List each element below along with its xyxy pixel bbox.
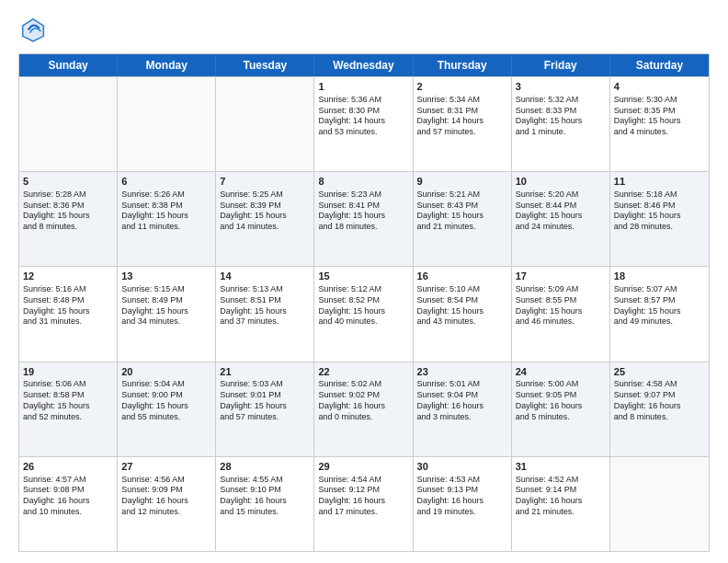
cell-line: Daylight: 16 hours bbox=[23, 496, 113, 507]
day-cell-8: 8Sunrise: 5:23 AMSunset: 8:41 PMDaylight… bbox=[314, 172, 413, 266]
cell-line: and 17 minutes. bbox=[318, 507, 408, 518]
cell-line: Daylight: 15 hours bbox=[220, 401, 310, 412]
day-cell-17: 17Sunrise: 5:09 AMSunset: 8:55 PMDayligh… bbox=[512, 267, 610, 361]
cell-line: and 53 minutes. bbox=[318, 127, 408, 138]
day-number: 7 bbox=[220, 175, 310, 189]
cell-line: Sunset: 8:41 PM bbox=[318, 201, 408, 212]
cell-line: Sunset: 9:10 PM bbox=[220, 485, 310, 496]
header-day-saturday: Saturday bbox=[610, 54, 709, 76]
week-row-5: 26Sunrise: 4:57 AMSunset: 9:08 PMDayligh… bbox=[19, 456, 709, 551]
cell-line: Sunrise: 5:36 AM bbox=[318, 95, 408, 106]
cell-line: Sunrise: 5:25 AM bbox=[220, 190, 310, 201]
day-cell-24: 24Sunrise: 5:00 AMSunset: 9:05 PMDayligh… bbox=[512, 362, 610, 456]
day-number: 21 bbox=[220, 365, 310, 379]
cell-line: Sunset: 8:38 PM bbox=[121, 201, 211, 212]
cell-line: Sunset: 8:36 PM bbox=[23, 201, 113, 212]
cell-line: and 18 minutes. bbox=[318, 222, 408, 233]
cell-line: and 1 minute. bbox=[516, 127, 606, 138]
cell-line: and 46 minutes. bbox=[516, 316, 606, 327]
day-number: 27 bbox=[121, 460, 211, 474]
day-number: 3 bbox=[516, 80, 606, 94]
day-cell-26: 26Sunrise: 4:57 AMSunset: 9:08 PMDayligh… bbox=[19, 457, 118, 551]
day-number: 18 bbox=[614, 270, 705, 283]
cell-line: Sunrise: 4:55 AM bbox=[220, 475, 310, 486]
cell-line: Sunrise: 4:52 AM bbox=[516, 475, 606, 486]
cell-line: Sunset: 8:49 PM bbox=[121, 295, 211, 306]
cell-line: Sunrise: 4:53 AM bbox=[417, 475, 507, 486]
day-number: 2 bbox=[417, 80, 507, 94]
logo bbox=[18, 15, 53, 44]
cell-line: and 4 minutes. bbox=[614, 127, 705, 138]
day-cell-18: 18Sunrise: 5:07 AMSunset: 8:57 PMDayligh… bbox=[610, 267, 709, 361]
cell-line: Daylight: 15 hours bbox=[318, 211, 408, 222]
cell-line: Daylight: 15 hours bbox=[614, 211, 705, 222]
cell-line: and 8 minutes. bbox=[23, 222, 113, 233]
cell-line: Sunset: 8:51 PM bbox=[220, 295, 310, 306]
cell-line: and 55 minutes. bbox=[121, 412, 211, 423]
cell-line: and 19 minutes. bbox=[417, 507, 507, 518]
day-cell-20: 20Sunrise: 5:04 AMSunset: 9:00 PMDayligh… bbox=[118, 362, 216, 456]
header-day-sunday: Sunday bbox=[19, 54, 118, 76]
cell-line: Daylight: 15 hours bbox=[516, 211, 606, 222]
week-row-1: 1Sunrise: 5:36 AMSunset: 8:30 PMDaylight… bbox=[19, 76, 709, 171]
cell-line: Sunrise: 5:02 AM bbox=[318, 379, 408, 390]
cell-line: Sunrise: 5:18 AM bbox=[614, 190, 705, 201]
day-number: 5 bbox=[23, 175, 113, 189]
header-day-wednesday: Wednesday bbox=[314, 54, 413, 76]
cell-line: Sunset: 8:44 PM bbox=[516, 201, 606, 212]
cell-line: Sunset: 8:30 PM bbox=[318, 106, 408, 117]
cell-line: Daylight: 14 hours bbox=[417, 116, 507, 127]
day-number: 10 bbox=[516, 175, 606, 189]
header-day-monday: Monday bbox=[118, 54, 216, 76]
day-cell-25: 25Sunrise: 4:58 AMSunset: 9:07 PMDayligh… bbox=[610, 362, 709, 456]
logo-icon bbox=[18, 15, 48, 44]
empty-cell bbox=[118, 77, 216, 171]
day-cell-15: 15Sunrise: 5:12 AMSunset: 8:52 PMDayligh… bbox=[314, 267, 413, 361]
day-number: 4 bbox=[614, 80, 705, 94]
week-row-2: 5Sunrise: 5:28 AMSunset: 8:36 PMDaylight… bbox=[19, 171, 709, 266]
cell-line: Daylight: 15 hours bbox=[516, 306, 606, 317]
cell-line: Sunrise: 5:20 AM bbox=[516, 190, 606, 201]
cell-line: Sunset: 8:33 PM bbox=[516, 106, 606, 117]
cell-line: and 11 minutes. bbox=[121, 222, 211, 233]
day-cell-4: 4Sunrise: 5:30 AMSunset: 8:35 PMDaylight… bbox=[610, 77, 709, 171]
cell-line: Sunrise: 5:16 AM bbox=[23, 284, 113, 295]
cell-line: Sunrise: 5:21 AM bbox=[417, 190, 507, 201]
header bbox=[18, 15, 710, 44]
cell-line: Daylight: 15 hours bbox=[614, 116, 705, 127]
day-number: 26 bbox=[23, 460, 113, 474]
cell-line: Sunrise: 5:34 AM bbox=[417, 95, 507, 106]
day-cell-5: 5Sunrise: 5:28 AMSunset: 8:36 PMDaylight… bbox=[19, 172, 118, 266]
cell-line: Sunset: 9:09 PM bbox=[121, 485, 211, 496]
cell-line: and 10 minutes. bbox=[23, 507, 113, 518]
cell-line: Daylight: 16 hours bbox=[318, 496, 408, 507]
day-number: 8 bbox=[318, 175, 408, 189]
cell-line: Daylight: 15 hours bbox=[23, 401, 113, 412]
cell-line: and 57 minutes. bbox=[220, 412, 310, 423]
day-number: 14 bbox=[220, 270, 310, 283]
week-row-4: 19Sunrise: 5:06 AMSunset: 8:58 PMDayligh… bbox=[19, 362, 709, 456]
cell-line: and 37 minutes. bbox=[220, 316, 310, 327]
cell-line: and 3 minutes. bbox=[417, 412, 507, 423]
cell-line: Daylight: 15 hours bbox=[220, 211, 310, 222]
cell-line: and 15 minutes. bbox=[220, 507, 310, 518]
cell-line: and 21 minutes. bbox=[417, 222, 507, 233]
cell-line: and 49 minutes. bbox=[614, 316, 705, 327]
cell-line: Sunset: 9:08 PM bbox=[23, 485, 113, 496]
day-number: 28 bbox=[220, 460, 310, 474]
cell-line: Sunset: 8:39 PM bbox=[220, 201, 310, 212]
cell-line: and 24 minutes. bbox=[516, 222, 606, 233]
day-number: 15 bbox=[318, 270, 408, 283]
cell-line: Daylight: 16 hours bbox=[220, 496, 310, 507]
cell-line: Sunrise: 5:12 AM bbox=[318, 284, 408, 295]
day-number: 31 bbox=[516, 460, 606, 474]
empty-cell bbox=[610, 457, 709, 551]
cell-line: Daylight: 15 hours bbox=[23, 211, 113, 222]
day-cell-16: 16Sunrise: 5:10 AMSunset: 8:54 PMDayligh… bbox=[414, 267, 512, 361]
cell-line: Sunrise: 5:09 AM bbox=[516, 284, 606, 295]
cell-line: Sunset: 8:52 PM bbox=[318, 295, 408, 306]
day-cell-13: 13Sunrise: 5:15 AMSunset: 8:49 PMDayligh… bbox=[118, 267, 216, 361]
cell-line: Sunset: 8:48 PM bbox=[23, 295, 113, 306]
cell-line: and 0 minutes. bbox=[318, 412, 408, 423]
cell-line: Daylight: 16 hours bbox=[516, 401, 606, 412]
